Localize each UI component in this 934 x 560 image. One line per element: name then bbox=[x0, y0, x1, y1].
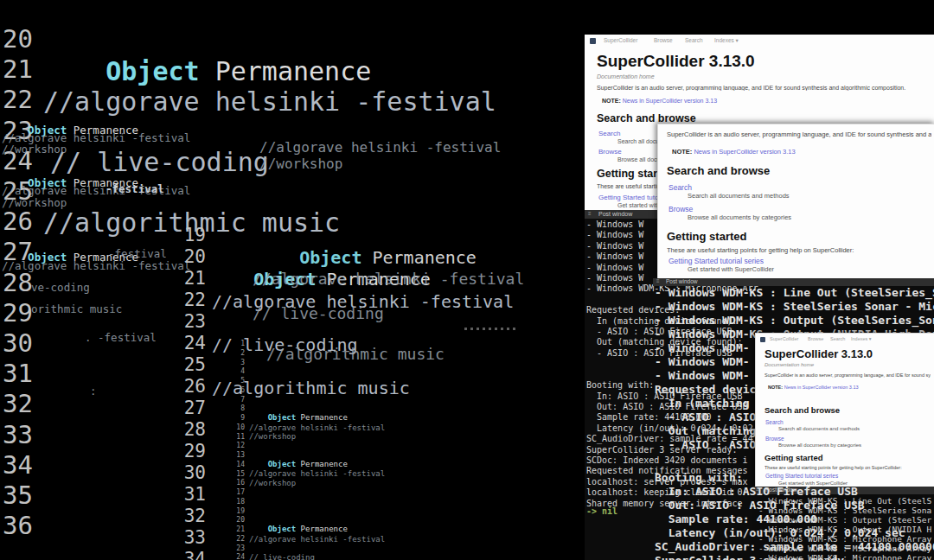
log-line: - Windows WDM-KS : Line Out (SteelSeries… bbox=[655, 286, 934, 300]
ghost-comment-overlap: -festival bbox=[106, 182, 164, 195]
line-number: 24 bbox=[229, 553, 245, 560]
line-number: 33 bbox=[173, 527, 206, 549]
line-number: 31 bbox=[0, 359, 33, 389]
post-window-title: Post window bbox=[666, 278, 698, 284]
tutorial-description: Get started with SuperCollider bbox=[688, 265, 774, 273]
line-number: 9 bbox=[229, 414, 245, 423]
getting-started-description: These are useful starting points for get… bbox=[667, 246, 931, 254]
algorave-projection-collage: 2021222324252627282930313233343536 Objec… bbox=[0, 0, 934, 560]
ghost-comment: // live-coding bbox=[253, 304, 384, 322]
ghost-comment: ve-coding bbox=[31, 281, 90, 294]
doc-description: SuperCollider is an audio server, progra… bbox=[764, 372, 931, 378]
news-link[interactable]: News in SuperCollider version 3.13 bbox=[784, 385, 859, 390]
search-and-browse-heading: Search and browse bbox=[764, 405, 840, 415]
doc-subtitle: Documentation home bbox=[597, 73, 655, 80]
menu-browse[interactable]: Browse bbox=[808, 336, 823, 341]
line-number: 11 bbox=[229, 433, 245, 442]
search-description: Search all documents and methods bbox=[778, 426, 860, 431]
menu-indexes-dropdown[interactable]: Indexes ▾ bbox=[851, 336, 872, 341]
line-number: 13 bbox=[229, 451, 245, 461]
ghost-comment: //workshop bbox=[2, 143, 67, 156]
ghost-comment: orithmic music bbox=[31, 302, 122, 315]
note-label: NOTE: bbox=[672, 148, 692, 156]
line-number: 26 bbox=[0, 207, 33, 237]
line-number: 36 bbox=[0, 511, 33, 541]
ghost-comment: //algorithmic music bbox=[266, 345, 445, 363]
log-line: - Windows WDM-KS : Output (SteelSeries_S… bbox=[655, 314, 934, 328]
browse-link[interactable]: Browse bbox=[765, 436, 784, 442]
search-description: Search all documents and methods bbox=[688, 192, 790, 200]
menu-supercollider[interactable]: SuperCollider bbox=[604, 37, 637, 43]
ghost-comment: . -festival bbox=[95, 247, 167, 260]
line-number: 32 bbox=[0, 389, 33, 419]
line-number: 21 bbox=[0, 54, 33, 85]
log-line: SCDoc: Indexed 3420 documents i bbox=[586, 455, 758, 466]
news-link[interactable]: News in SuperCollider version 3.13 bbox=[623, 98, 717, 104]
line-number: 20 bbox=[229, 516, 245, 525]
note-label: NOTE: bbox=[768, 385, 783, 390]
line-number: 6 bbox=[229, 386, 245, 396]
small-editor-line-10: //algorave helsinki -festival bbox=[249, 423, 385, 432]
post-window-mid-titlebar[interactable]: ≡ Post window bbox=[653, 278, 934, 286]
getting-started-heading: Getting started bbox=[764, 453, 823, 462]
line-number: 2 bbox=[229, 349, 245, 359]
supercollider-logo-icon[interactable] bbox=[760, 337, 765, 342]
getting-started-description: These are useful starting points for get… bbox=[764, 465, 931, 470]
small-editor-line-11: //workshop bbox=[249, 432, 296, 441]
help-browser-window-middle: SuperCollider is an audio server, progra… bbox=[657, 124, 934, 279]
line-number: 22 bbox=[229, 535, 245, 544]
doc-note: NOTE: News in SuperCollider version 3.13 bbox=[672, 148, 796, 156]
log-line: Latency (in/out): 0.024 / 0.024 sec bbox=[655, 526, 934, 540]
supercollider-logo-icon[interactable] bbox=[590, 38, 596, 44]
post-window-icon: ≡ bbox=[588, 211, 592, 216]
menu-browse[interactable]: Browse bbox=[654, 37, 673, 43]
menu-search[interactable]: Search bbox=[685, 37, 703, 43]
line-number: 21 bbox=[173, 268, 206, 290]
doc-title: SuperCollider 3.13.0 bbox=[597, 52, 755, 71]
ghost-comment: //algorave helsinki -festival bbox=[2, 259, 190, 272]
browse-link[interactable]: Browse bbox=[598, 148, 622, 156]
news-link[interactable]: News in SuperCollider version 3.13 bbox=[694, 148, 795, 156]
menu-indexes-dropdown[interactable]: Indexes ▾ bbox=[714, 37, 739, 44]
search-link[interactable]: Search bbox=[598, 130, 620, 137]
small-editor-line-24: // live-coding bbox=[249, 553, 315, 560]
line-number: 20 bbox=[0, 24, 33, 54]
line-number: 28 bbox=[173, 419, 206, 441]
big-editor-line-numbers: 2021222324252627282930313233343536 bbox=[0, 24, 33, 541]
log-line: In: ASIO : ASIO Fireface USB bbox=[655, 485, 934, 499]
log-line: - Windows WDM-KS : SteelSeries Sonar - M… bbox=[655, 300, 934, 314]
post-log-mid-bottom: Booting with: In: ASIO : ASIO Fireface U… bbox=[655, 471, 934, 560]
line-number: 22 bbox=[173, 290, 206, 311]
mid-editor-line-numbers: 19202122232425262728293031323334 bbox=[173, 225, 206, 560]
line-number: 29 bbox=[0, 298, 33, 328]
getting-started-heading: Getting started bbox=[667, 230, 746, 243]
line-number: 17 bbox=[229, 488, 245, 498]
browse-description: Browse all documents by categories bbox=[778, 442, 861, 448]
help-browser-window-front: SuperCollider Browse Search Indexes ▾ Su… bbox=[755, 333, 934, 487]
search-link[interactable]: Search bbox=[765, 419, 784, 425]
note-label: NOTE: bbox=[602, 98, 621, 104]
log-line: Booting with: bbox=[655, 471, 934, 485]
log-line: Out: ASIO : ASIO Fireface USB bbox=[655, 499, 934, 512]
line-number: 24 bbox=[173, 333, 206, 354]
menu-supercollider[interactable]: SuperCollider bbox=[770, 336, 798, 341]
line-number: 26 bbox=[173, 376, 206, 398]
ghost-comment: //algorave helsinki -festival bbox=[253, 270, 524, 288]
line-number: 35 bbox=[0, 480, 33, 511]
search-link[interactable]: Search bbox=[669, 183, 692, 192]
ghost-comment: //algorave helsinki -festival bbox=[259, 139, 501, 156]
tutorial-link[interactable]: Getting Started tutorial series bbox=[669, 257, 764, 265]
line-number: 31 bbox=[173, 484, 206, 506]
line-number: 34 bbox=[0, 450, 33, 480]
search-and-browse-heading: Search and browse bbox=[667, 164, 770, 177]
small-editor-line-16: //workshop bbox=[249, 479, 296, 487]
small-editor-line-15: //algorave helsinki -festival bbox=[249, 469, 385, 478]
line-number: 1 bbox=[229, 340, 245, 349]
micro-text-artifact bbox=[464, 328, 518, 330]
line-number: 15 bbox=[229, 470, 245, 480]
line-number: 8 bbox=[229, 404, 245, 414]
menu-search[interactable]: Search bbox=[830, 336, 845, 341]
doc-description: SuperCollider is an audio server, progra… bbox=[667, 130, 931, 138]
browse-link[interactable]: Browse bbox=[669, 205, 693, 213]
post-result-nil: -> nil bbox=[586, 506, 617, 516]
